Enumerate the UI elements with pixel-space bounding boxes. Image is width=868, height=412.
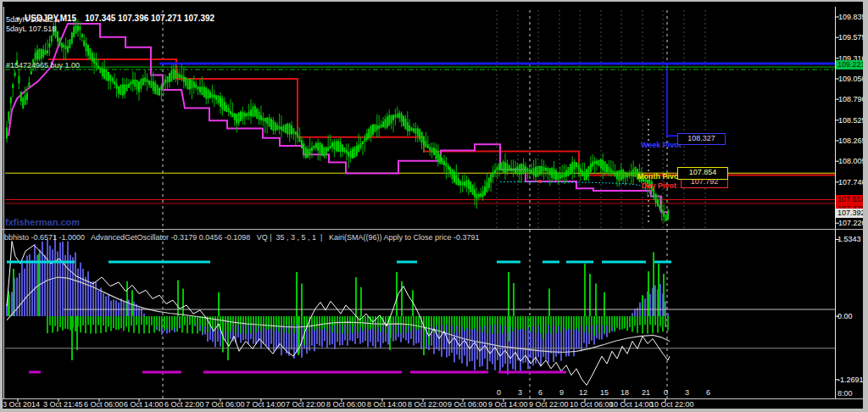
- price-box-107.392: 107.392: [836, 209, 868, 218]
- five-day-high-label: 5dayH 109.223: [6, 15, 58, 24]
- price-tick: 108.005: [838, 157, 866, 165]
- hour-number: 3: [518, 388, 522, 397]
- hour-number: 6: [706, 388, 710, 397]
- time-tick: 8 Oct 06:00: [326, 400, 366, 409]
- open-order-label[interactable]: #154724965 buy 1.00: [6, 61, 80, 70]
- hour-number: 3: [685, 388, 689, 397]
- osc-tick: -1.2691: [837, 376, 864, 384]
- time-tick: 8 Oct 22:00: [408, 400, 448, 409]
- time-tick: 9 Oct 06:00: [448, 400, 487, 409]
- broker-watermark: fxfisherman.com: [5, 218, 80, 226]
- time-tick: 6 Oct 14:00: [124, 400, 164, 409]
- time-tick: 7 Oct 06:00: [205, 400, 245, 409]
- month-pivot-value-box: 107.854: [677, 167, 728, 180]
- time-tick: 3 Oct 21:45: [43, 400, 83, 409]
- time-tick: 7 Oct 14:00: [246, 400, 286, 409]
- hour-number: 0: [497, 388, 501, 397]
- price-tick: 108.265: [838, 136, 866, 145]
- week-pivot-value-box: 108.327: [677, 133, 726, 145]
- ohlc-values: 107.345 107.396 107.271 107.392: [85, 14, 214, 23]
- osc-tick: 0.00: [837, 312, 853, 320]
- time-tick: 6 Oct 22:00: [164, 400, 204, 409]
- price-tick: 107.740: [838, 178, 866, 187]
- hour-number: 6: [538, 388, 542, 397]
- price-box-107.518: 107.518: [836, 195, 868, 204]
- time-tick: 3 Oct 2014: [3, 400, 40, 409]
- hour-number: 18: [620, 388, 629, 397]
- time-tick: 7 Oct 22:00: [286, 400, 326, 409]
- time-tick: 10 Oct 22:00: [650, 400, 694, 409]
- five-day-low-label: 5dayL 107.518: [6, 25, 56, 33]
- price-box-109.221: 109.221: [836, 60, 868, 70]
- day-pivot-label: Day Pivot: [642, 181, 676, 190]
- price-tick: 109.050: [838, 75, 866, 83]
- hour-number: 15: [600, 388, 609, 397]
- price-tick: 109.835: [838, 13, 866, 21]
- time-tick: 9 Oct 14:00: [488, 400, 528, 409]
- osc-tick: 1.5343: [837, 235, 861, 243]
- time-tick: 10 Oct 14:00: [609, 400, 654, 409]
- time-tick: 9 Oct 22:00: [529, 400, 569, 409]
- price-tick: 107.220: [838, 219, 866, 227]
- price-tick: 109.575: [838, 33, 866, 42]
- price-tick: 108.525: [838, 116, 866, 125]
- chart-canvas[interactable]: [0, 0, 868, 412]
- hour-number: 9: [559, 388, 564, 397]
- indicator-values-header: bbhisto -0.6571 -1.0000 AdvancedGetOscil…: [4, 233, 479, 242]
- week-pivot-label: Week Pivot: [641, 141, 682, 149]
- time-tick: 10 Oct 06:00: [570, 400, 614, 409]
- hour-number: 21: [642, 388, 650, 397]
- month-pivot-label: Month Pivot: [637, 172, 682, 181]
- mt4-chart-window: ▼USDJPY,M15107.345 107.396 107.271 107.3…: [0, 0, 868, 412]
- time-tick: 8 Oct 14:00: [367, 400, 407, 409]
- time-tick: 6 Oct 06:00: [84, 400, 124, 409]
- axis-corner-time: 8:00: [837, 389, 853, 398]
- hour-number: 0: [664, 388, 668, 397]
- hour-number: 12: [579, 388, 587, 397]
- price-tick: 108.790: [838, 95, 866, 103]
